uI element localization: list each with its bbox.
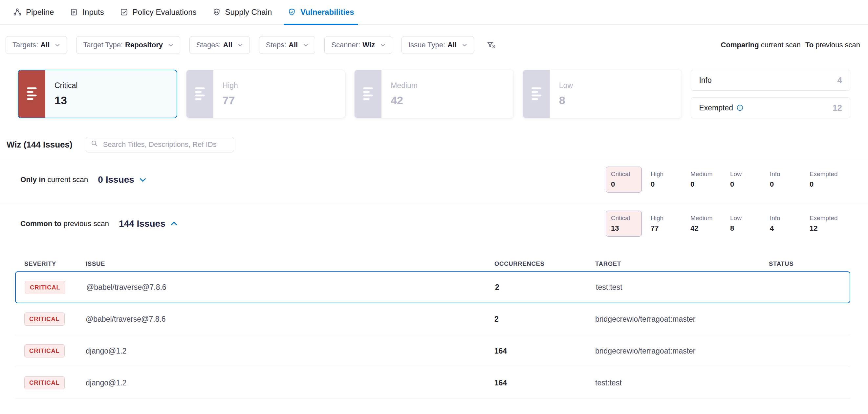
severity-chips: Critical 0 High 0 Medium 0 Low 0 Info 0 … [606, 167, 840, 193]
tab-vulnerabilities[interactable]: Vulnerabilities [280, 0, 362, 24]
search-icon [91, 140, 98, 149]
card-label: Low [559, 81, 573, 90]
occurrences-cell: 164 [494, 379, 595, 387]
card-count: 77 [223, 94, 238, 107]
filter-target-type[interactable]: Target Type:Repository [76, 36, 180, 54]
column-header-issue: ISSUE [86, 260, 494, 267]
tab-pipeline[interactable]: Pipeline [5, 0, 62, 24]
tab-policy-evaluations[interactable]: Policy Evaluations [112, 0, 205, 24]
table-row[interactable]: CRITICAL django@1.2 164 bridgecrewio/ter… [15, 335, 850, 367]
section-issues-toggle[interactable]: 144 Issues [119, 218, 178, 229]
filter-label: Stages:All [196, 41, 232, 49]
severity-badge: CRITICAL [25, 281, 65, 294]
severity-badge: CRITICAL [24, 376, 65, 389]
chevron-down-icon [462, 42, 467, 48]
tab-inputs[interactable]: Inputs [62, 0, 112, 24]
pill-count: 4 [837, 75, 842, 85]
chevron-down-icon[interactable] [139, 176, 147, 184]
tab-supply-chain[interactable]: Supply Chain [205, 0, 280, 24]
supply-chain-shield-icon [212, 8, 221, 17]
chip-high[interactable]: High 0 [645, 167, 682, 193]
exempted-severity-pill[interactable]: Exempted 12 [691, 97, 850, 118]
column-header-severity: SEVERITY [24, 260, 86, 267]
card-count: 13 [55, 94, 78, 107]
side-severity-column: Info 4 Exempted 12 [691, 70, 850, 118]
target-cell: test:test [596, 283, 770, 292]
pill-count: 12 [833, 103, 842, 113]
chip-critical[interactable]: Critical 0 [606, 167, 642, 193]
chip-info[interactable]: Info 0 [765, 167, 801, 193]
clear-filters-icon[interactable] [483, 37, 499, 53]
issue-cell: @babel/traverse@7.8.6 [86, 283, 495, 292]
filter-label: Issue Type:All [408, 41, 457, 49]
table-row[interactable]: CRITICAL @babel/traverse@7.8.6 2 bridgec… [15, 303, 850, 335]
policy-check-icon [120, 8, 128, 17]
severity-badge: CRITICAL [24, 313, 65, 326]
tab-label: Policy Evaluations [133, 7, 197, 17]
section-issues-toggle[interactable]: 0 Issues [98, 175, 147, 185]
column-header-target: TARGET [595, 260, 769, 267]
severity-card-medium[interactable]: Medium 42 [354, 70, 514, 118]
filter-bar: Targets:All Target Type:Repository Stage… [0, 25, 868, 54]
table-row[interactable]: CRITICAL django@1.2 164 test:test [15, 367, 850, 399]
filter-label: Target Type:Repository [83, 41, 163, 49]
column-header-occurrences: OCCURRENCES [494, 260, 595, 267]
filter-issue-type[interactable]: Issue Type:All [402, 36, 474, 54]
issue-cell: django@1.2 [86, 347, 494, 356]
info-severity-pill[interactable]: Info 4 [691, 70, 850, 91]
filter-stages[interactable]: Stages:All [189, 36, 250, 54]
pill-label: Info [699, 76, 711, 85]
filter-label: Scanner:Wiz [331, 41, 375, 49]
severity-list-icon [186, 70, 213, 118]
section-label: Common to previous scan [20, 219, 109, 228]
search-box [86, 137, 234, 152]
chevron-down-icon [238, 42, 243, 48]
severity-card-low[interactable]: Low 8 [523, 70, 682, 118]
chevron-down-icon [380, 42, 385, 48]
section-only-in-current-scan: Only in current scan 0 Issues Critical 0… [0, 160, 868, 199]
tab-label: Pipeline [26, 7, 54, 17]
card-label: Critical [55, 81, 78, 90]
table-row[interactable]: CRITICAL @babel/traverse@7.8.6 2 test:te… [15, 271, 850, 303]
severity-card-critical[interactable]: Critical 13 [18, 70, 177, 118]
pill-label: Exempted [699, 104, 733, 112]
target-cell: test:test [595, 379, 769, 387]
card-count: 42 [391, 94, 417, 107]
issue-cell: django@1.2 [86, 379, 494, 387]
section-common-to-previous-scan: Common to previous scan 144 Issues Criti… [0, 204, 868, 243]
inputs-icon [70, 8, 78, 17]
severity-cards: Critical 13 High 77 Medium 42 Low 8 [0, 54, 868, 118]
chip-critical[interactable]: Critical 13 [606, 211, 642, 237]
filter-scanner[interactable]: Scanner:Wiz [324, 36, 392, 54]
severity-card-high[interactable]: High 77 [186, 70, 346, 118]
chip-low[interactable]: Low 8 [725, 211, 761, 237]
filter-label: Targets:All [12, 41, 50, 49]
target-cell: bridgecrewio/terragoat:master [595, 347, 769, 356]
filter-steps[interactable]: Steps:All [259, 36, 315, 54]
card-label: Medium [391, 81, 417, 90]
chip-low[interactable]: Low 0 [725, 167, 761, 193]
tab-label: Inputs [83, 7, 104, 17]
chevron-down-icon [168, 42, 173, 48]
card-label: High [223, 81, 238, 90]
table-header-row: SEVERITY ISSUE OCCURRENCES TARGET STATUS [15, 256, 850, 271]
chip-exempted[interactable]: Exempted 0 [804, 167, 840, 193]
chevron-down-icon [303, 42, 308, 48]
section-label: Only in current scan [20, 175, 88, 184]
chevron-up-icon[interactable] [170, 220, 178, 228]
chip-medium[interactable]: Medium 0 [685, 167, 721, 193]
filter-targets[interactable]: Targets:All [6, 36, 67, 54]
filter-label: Steps:All [266, 41, 298, 49]
target-cell: bridgecrewio/terragoat:master [595, 315, 769, 324]
severity-list-icon [523, 70, 550, 118]
search-input[interactable] [102, 140, 229, 149]
chip-info[interactable]: Info 4 [765, 211, 801, 237]
chip-medium[interactable]: Medium 42 [685, 211, 721, 237]
chip-exempted[interactable]: Exempted 12 [804, 211, 840, 237]
severity-list-icon [354, 70, 381, 118]
scanner-title: Wiz (144 Issues) [6, 140, 72, 150]
severity-chips: Critical 13 High 77 Medium 42 Low 8 Info… [606, 211, 840, 237]
occurrences-cell: 2 [495, 283, 596, 292]
occurrences-cell: 2 [494, 315, 595, 324]
chip-high[interactable]: High 77 [645, 211, 682, 237]
